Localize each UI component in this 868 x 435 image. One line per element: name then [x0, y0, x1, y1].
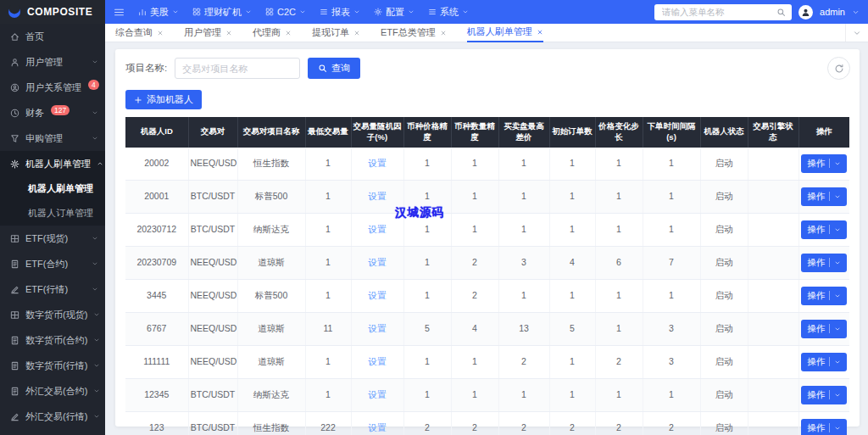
navbar-menu-2[interactable]: 理财矿机 [192, 6, 252, 19]
column-header: 交易对 [188, 117, 237, 148]
cell-status: 启动 [700, 148, 748, 181]
tab-label: 综合查询 [115, 26, 153, 39]
sidebar-item-label: ETF(现货) [25, 232, 68, 245]
sidebar-subitem-6-1[interactable]: 机器人刷单管理 [0, 176, 105, 201]
sidebar-item-2[interactable]: 用户管理 [0, 49, 105, 75]
sidebar-item-label: 机器人刷单管理 [25, 158, 91, 170]
chevron-down-icon [353, 8, 360, 15]
sidebar-group-7: ETF(现货) [0, 226, 105, 251]
chevron-down-icon [92, 59, 98, 65]
cell-pair: NEEQ/USD [188, 246, 237, 279]
settings-link[interactable]: 设置 [369, 356, 387, 366]
gear-icon [10, 159, 19, 169]
cell-action: 操作 [798, 213, 849, 246]
tab-2[interactable]: 用户管理 [184, 24, 232, 42]
settings-link[interactable]: 设置 [369, 158, 387, 168]
tab-1[interactable]: 综合查询 [115, 24, 164, 42]
sidebar-item-label: 数字货币(合约) [25, 334, 87, 347]
search-button[interactable]: 查询 [308, 58, 360, 79]
cell-price-precision: 1 [403, 213, 451, 246]
cell-pair: BTC/USDT [188, 180, 237, 213]
cell-price-step: 6 [595, 246, 643, 279]
sidebar-item-1[interactable]: 首页 [0, 24, 105, 49]
sidebar-item-8[interactable]: ETF(合约) [0, 251, 105, 276]
sidebar-item-label: ETF(行情) [25, 283, 68, 296]
tab-list-expand-button[interactable] [845, 24, 868, 42]
action-button[interactable]: 操作 [801, 320, 847, 338]
sidebar-item-13[interactable]: 外汇交易(合约) [0, 378, 105, 404]
sidebar-subitem-6-2[interactable]: 机器人订单管理 [0, 201, 105, 226]
settings-link[interactable]: 设置 [369, 224, 387, 234]
sidebar-group-2: 用户管理 [0, 49, 105, 75]
sidebar-item-11[interactable]: 数字货币(合约) [0, 327, 105, 353]
close-icon[interactable] [285, 30, 292, 36]
avatar[interactable] [798, 5, 813, 20]
table-row: 20230712BTC/USDT纳斯达克1设置111111启动操作 [125, 213, 849, 246]
sidebar-collapse-button[interactable] [114, 7, 125, 18]
gear-icon [374, 8, 382, 16]
navbar-menu-4[interactable]: 报表 [320, 6, 360, 19]
navbar-menu-3[interactable]: C2C [265, 7, 306, 17]
action-button[interactable]: 操作 [801, 419, 847, 435]
close-icon[interactable] [157, 30, 164, 36]
cell-init-orders: 1 [549, 148, 595, 181]
project-name-input[interactable] [175, 58, 300, 79]
user-name[interactable]: admin [820, 7, 845, 17]
cell-min-volume: 222 [305, 411, 351, 435]
cell-volume-factor: 设置 [351, 213, 403, 246]
cell-engine-status [748, 411, 798, 435]
close-icon[interactable] [440, 30, 447, 36]
user-chevron-down-icon[interactable] [852, 8, 860, 16]
action-button[interactable]: 操作 [801, 154, 847, 173]
tab-6[interactable]: 机器人刷单管理 [467, 24, 543, 42]
action-button[interactable]: 操作 [801, 187, 847, 206]
sidebar-item-4[interactable]: 财务127 [0, 100, 105, 125]
button-divider [829, 324, 830, 333]
action-button[interactable]: 操作 [801, 287, 847, 305]
action-button[interactable]: 操作 [801, 386, 847, 404]
navbar-menu-5[interactable]: 配置 [374, 6, 415, 19]
close-icon[interactable] [225, 30, 232, 36]
home-icon [10, 32, 19, 42]
menu-search-input[interactable] [660, 6, 773, 18]
chevron-down-icon [834, 425, 841, 432]
sidebar-item-3[interactable]: 用户关系管理4 [0, 75, 105, 100]
settings-link[interactable]: 设置 [369, 191, 387, 201]
sidebar-item-9[interactable]: ETF(行情) [0, 276, 105, 302]
navbar-menu-1[interactable]: 美股 [138, 6, 179, 19]
cell-project: 道琼斯 [237, 312, 305, 345]
button-divider [829, 291, 830, 300]
sidebar-item-5[interactable]: 申购管理 [0, 125, 105, 151]
sidebar-item-6[interactable]: 机器人刷单管理 [0, 151, 105, 176]
tab-5[interactable]: ETF总类管理 [381, 24, 447, 42]
action-button[interactable]: 操作 [801, 220, 847, 239]
tab-4[interactable]: 提现订单 [312, 24, 360, 42]
chevron-down-icon [92, 286, 98, 293]
action-button[interactable]: 操作 [801, 254, 847, 272]
sidebar-item-14[interactable]: 外汇交易(行情) [0, 404, 105, 429]
grid-window-icon [10, 234, 19, 243]
close-icon[interactable] [353, 30, 360, 36]
cell-qty-precision: 1 [451, 378, 498, 411]
cell-price-precision: 1 [403, 378, 451, 411]
notification-badge: 4 [88, 80, 99, 90]
settings-link[interactable]: 设置 [369, 323, 387, 333]
settings-link[interactable]: 设置 [369, 290, 387, 300]
tab-3[interactable]: 代理商 [253, 24, 292, 42]
action-button[interactable]: 操作 [801, 353, 847, 371]
settings-link[interactable]: 设置 [369, 257, 387, 267]
robots-table: 机器人ID交易对交易对项目名称最低交易量交易量随机因子(%)币种价格精度币种数量… [125, 117, 849, 435]
search-icon[interactable] [776, 8, 786, 17]
navbar-menu-6[interactable]: 系统 [428, 6, 469, 19]
cell-action: 操作 [798, 148, 849, 181]
sidebar-item-10[interactable]: 数字货币(现货) [0, 302, 105, 327]
settings-link[interactable]: 设置 [369, 422, 387, 432]
refresh-button[interactable] [827, 57, 850, 80]
chevron-down-icon [834, 193, 841, 200]
close-icon[interactable] [537, 29, 543, 36]
sidebar-item-7[interactable]: ETF(现货) [0, 226, 105, 251]
sidebar-item-12[interactable]: 数字货币(行情) [0, 353, 105, 378]
settings-link[interactable]: 设置 [369, 389, 387, 399]
cell-qty-precision: 1 [451, 148, 498, 181]
add-robot-button[interactable]: 添加机器人 [125, 90, 202, 109]
